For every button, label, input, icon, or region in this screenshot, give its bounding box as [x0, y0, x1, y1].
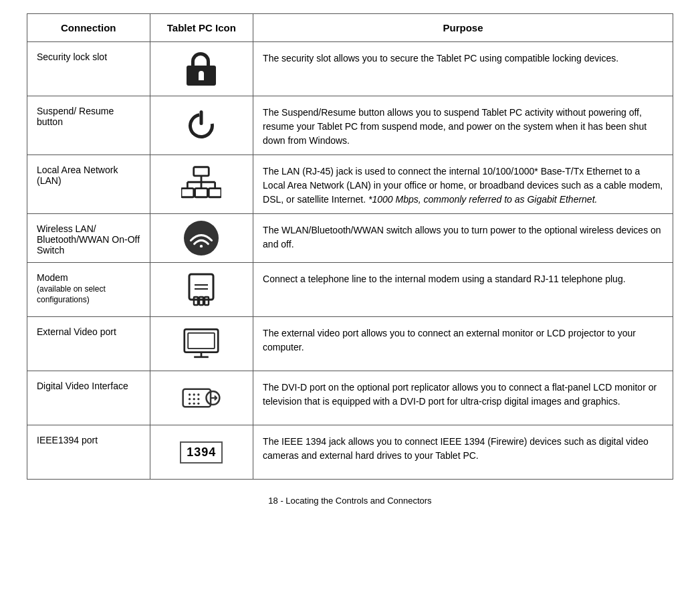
icon-cell	[150, 263, 253, 317]
svg-point-25	[197, 393, 199, 395]
icon-cell	[150, 155, 253, 214]
lan-svg	[181, 166, 221, 203]
connection-name: Digital Video Interface	[37, 381, 128, 391]
connection-name: IEEE1394 port	[37, 435, 98, 445]
svg-point-23	[189, 393, 191, 395]
wlan-icon	[184, 221, 219, 255]
svg-point-9	[200, 245, 203, 247]
icon-cell	[150, 42, 253, 96]
header-connection: Connection	[27, 14, 150, 42]
connection-cell: Security lock slot	[27, 42, 150, 96]
power-icon	[186, 110, 217, 141]
connection-cell: Wireless LAN/ Bluetooth/WWAN On-Off Swit…	[27, 214, 150, 263]
video-port-icon	[181, 324, 221, 364]
purpose-cell: The security slot allows you to secure t…	[253, 42, 673, 96]
connection-cell: Modem(available on select configurations…	[27, 263, 150, 317]
connection-cell: Local Area Network (LAN)	[27, 155, 150, 214]
icon-cell: 1394	[150, 425, 253, 480]
svg-point-27	[193, 398, 195, 400]
lan-icon	[181, 165, 221, 205]
purpose-text: The security slot allows you to secure t…	[263, 53, 618, 64]
purpose-text: The DVI-D port on the optional port repl…	[263, 382, 657, 407]
table-row: Suspend/ Resume button The Suspend/Resum…	[27, 96, 673, 155]
svg-point-24	[193, 393, 195, 395]
connection-sub: (available on select configurations)	[37, 284, 106, 304]
lock-icon	[187, 52, 216, 86]
svg-point-28	[197, 398, 199, 400]
purpose-text: Connect a telephone line to the internal…	[263, 274, 625, 284]
svg-point-31	[197, 403, 199, 405]
power-line	[200, 110, 203, 125]
svg-point-30	[193, 403, 195, 405]
purpose-cell: The external video port allows you to co…	[253, 317, 673, 371]
connection-name: Security lock slot	[37, 52, 107, 62]
purpose-text: The WLAN/Bluetooth/WWAN switch allows yo…	[263, 225, 661, 249]
icon-cell	[150, 96, 253, 155]
wlan-svg	[189, 229, 214, 247]
purpose-cell: The IEEE 1394 jack allows you to connect…	[253, 425, 673, 480]
table-row: Digital Video Interface The D	[27, 371, 673, 425]
svg-point-26	[189, 398, 191, 400]
connection-name: Modem	[37, 272, 68, 283]
svg-point-29	[189, 403, 191, 405]
lock-shackle	[191, 52, 210, 67]
header-icon: Tablet PC Icon	[150, 14, 253, 42]
purpose-text: The IEEE 1394 jack allows you to connect…	[263, 436, 649, 461]
svg-rect-7	[195, 188, 208, 197]
svg-rect-11	[194, 297, 198, 305]
svg-rect-10	[189, 274, 213, 300]
svg-rect-12	[199, 297, 203, 305]
purpose-text: The Suspend/Resume button allows you to …	[263, 107, 647, 146]
page-footer: 18 - Locating the Controls and Connector…	[268, 496, 431, 506]
icon-cell	[150, 371, 253, 425]
purpose-cell: Connect a telephone line to the internal…	[253, 263, 673, 317]
connection-cell: IEEE1394 port	[27, 425, 150, 480]
connection-cell: Suspend/ Resume button	[27, 96, 150, 155]
modem-icon	[181, 270, 221, 310]
connection-name: Local Area Network (LAN)	[37, 165, 118, 186]
icon-cell	[150, 317, 253, 371]
dvi-svg	[182, 383, 221, 413]
svg-rect-17	[188, 333, 215, 348]
svg-rect-6	[181, 188, 194, 197]
purpose-cell: The Suspend/Resume button allows you to …	[253, 96, 673, 155]
svg-rect-13	[205, 297, 209, 305]
video-svg	[183, 327, 219, 361]
connection-name: External Video port	[37, 326, 116, 337]
table-row: Wireless LAN/ Bluetooth/WWAN On-Off Swit…	[27, 214, 673, 263]
purpose-cell: The LAN (RJ-45) jack is used to connect …	[253, 155, 673, 214]
svg-rect-0	[194, 167, 209, 175]
connection-cell: Digital Video Interface	[27, 371, 150, 425]
ieee1394-icon: 1394	[181, 432, 221, 472]
table-row: Modem(available on select configurations…	[27, 263, 673, 317]
connection-name: Suspend/ Resume button	[37, 106, 114, 127]
connection-name: Wireless LAN/ Bluetooth/WWAN On-Off Swit…	[37, 223, 140, 255]
power-icon	[181, 106, 221, 146]
purpose-cell: The DVI-D port on the optional port repl…	[253, 371, 673, 425]
lock-body	[187, 66, 216, 86]
lock-keyhole	[199, 71, 204, 80]
svg-rect-8	[209, 188, 222, 197]
dvi-icon	[181, 378, 221, 418]
main-table: Connection Tablet PC Icon Purpose Securi…	[27, 13, 673, 480]
connection-cell: External Video port	[27, 317, 150, 371]
table-row: External Video port The external video p…	[27, 317, 673, 371]
purpose-italic-text: *1000 Mbps, commonly referred to as Giga…	[368, 194, 597, 205]
ieee1394-label: 1394	[180, 441, 223, 464]
icon-cell	[150, 214, 253, 263]
lock-icon	[181, 49, 221, 89]
table-row: IEEE1394 port 1394 The IEEE 1394 jack al…	[27, 425, 673, 480]
purpose-text: The external video port allows you to co…	[263, 328, 636, 352]
table-row: Local Area Network (LAN)	[27, 155, 673, 214]
modem-svg	[183, 272, 219, 308]
purpose-cell: The WLAN/Bluetooth/WWAN switch allows yo…	[253, 214, 673, 263]
table-row: Security lock slot The security slot all…	[27, 42, 673, 96]
header-purpose: Purpose	[253, 14, 673, 42]
